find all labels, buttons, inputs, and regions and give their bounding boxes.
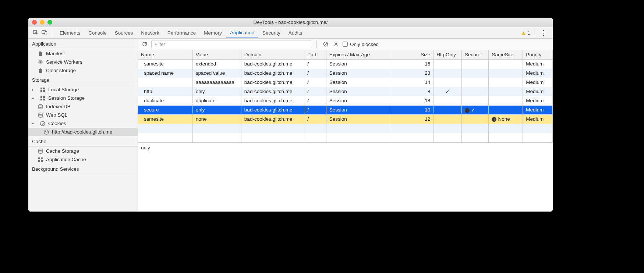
close-window-button[interactable] xyxy=(32,20,37,25)
sidebar-item-cookies[interactable]: ▾Cookies xyxy=(28,119,138,128)
window-title: DevTools - bad-cookies.glitch.me/ xyxy=(254,20,328,25)
svg-rect-6 xyxy=(40,90,42,92)
cell-size: 23 xyxy=(390,68,434,78)
cookies-table: NameValueDomainPathExpires / Max-AgeSize… xyxy=(138,50,553,142)
sidebar-item-session-storage[interactable]: ▸Session Storage xyxy=(28,94,138,102)
tab-elements[interactable]: Elements xyxy=(56,27,84,38)
doc-icon xyxy=(38,51,43,56)
more-menu-icon[interactable]: ⋮ xyxy=(538,29,549,37)
sidebar-item-web-sql[interactable]: Web SQL xyxy=(28,111,138,119)
tab-sources[interactable]: Sources xyxy=(111,27,137,38)
chevron-icon: ▾ xyxy=(32,121,36,125)
cell-domain: bad-cookies.glitch.me xyxy=(241,78,304,87)
device-toggle-icon[interactable] xyxy=(41,29,48,36)
tab-security[interactable]: Security xyxy=(259,27,284,38)
devtools-window: DevTools - bad-cookies.glitch.me/ Elemen… xyxy=(28,18,553,212)
sidebar-item-clear-storage[interactable]: Clear storage xyxy=(28,66,138,75)
sidebar-heading: Storage xyxy=(28,75,138,85)
db-icon xyxy=(38,149,43,154)
cookie-icon xyxy=(40,121,45,126)
column-header[interactable]: Size xyxy=(390,50,434,59)
devtools-tabstrip: ElementsConsoleSourcesNetworkPerformance… xyxy=(28,27,553,39)
sidebar-item-cache-storage[interactable]: Cache Storage xyxy=(28,147,138,155)
column-header[interactable]: Value xyxy=(192,50,241,59)
refresh-icon[interactable] xyxy=(141,40,148,48)
sidebar-item-service-workers[interactable]: Service Workers xyxy=(28,58,138,66)
table-row-empty xyxy=(138,124,553,133)
sidebar-item-indexeddb[interactable]: IndexedDB xyxy=(28,102,138,111)
cell-domain: bad-cookies.glitch.me xyxy=(241,114,304,124)
svg-point-20 xyxy=(47,131,47,132)
table-row[interactable]: samesitenonebad-cookies.glitch.me/Sessio… xyxy=(138,114,553,124)
svg-point-15 xyxy=(42,123,42,123)
column-header[interactable]: Name xyxy=(138,50,192,59)
sidebar-heading: Background Services xyxy=(28,164,138,174)
zoom-window-button[interactable] xyxy=(47,20,52,25)
cell-path: / xyxy=(304,68,326,78)
grid-icon xyxy=(40,96,45,101)
cell-value: only xyxy=(192,87,241,96)
table-row[interactable]: aaaaaaaaaaaaaabad-cookies.glitch.me/Sess… xyxy=(138,78,553,87)
cell-path: / xyxy=(304,87,326,96)
sidebar-item-label: Local Storage xyxy=(48,87,79,92)
cell-secure xyxy=(461,59,489,68)
column-header[interactable]: Path xyxy=(304,50,326,59)
cell-sameSite xyxy=(489,68,523,78)
inspect-icon[interactable] xyxy=(32,29,39,36)
titlebar: DevTools - bad-cookies.glitch.me/ xyxy=(28,18,553,27)
minimize-window-button[interactable] xyxy=(40,20,45,25)
tab-audits[interactable]: Audits xyxy=(285,27,306,38)
sidebar-item-http-bad-cookies-glitch-me[interactable]: http://bad-cookies.glitch.me xyxy=(28,128,138,136)
tab-memory[interactable]: Memory xyxy=(200,27,226,38)
grid-icon xyxy=(38,157,43,162)
cell-expires: Session xyxy=(326,96,390,105)
cell-httpOnly: ✓ xyxy=(434,87,462,96)
filter-input[interactable] xyxy=(151,40,311,48)
sidebar-item-label: Cache Storage xyxy=(46,148,79,154)
cell-secure xyxy=(461,78,489,87)
cell-httpOnly xyxy=(434,114,462,124)
table-row[interactable]: duplicateduplicatebad-cookies.glitch.me/… xyxy=(138,96,553,105)
table-row[interactable]: spaced namespaced valuebad-cookies.glitc… xyxy=(138,68,553,78)
sidebar-item-application-cache[interactable]: Application Cache xyxy=(28,155,138,164)
sidebar-item-label: http://bad-cookies.glitch.me xyxy=(52,129,112,135)
delete-selected-icon[interactable] xyxy=(332,40,340,48)
cell-path: / xyxy=(304,114,326,124)
tab-performance[interactable]: Performance xyxy=(164,27,199,38)
tab-console[interactable]: Console xyxy=(85,27,110,38)
sidebar-heading: Cache xyxy=(28,136,138,147)
sidebar-item-label: Clear storage xyxy=(46,68,76,73)
cell-size: 18 xyxy=(390,96,434,105)
cell-domain: bad-cookies.glitch.me xyxy=(241,87,304,96)
cell-secure xyxy=(461,87,489,96)
only-blocked-input[interactable] xyxy=(343,42,348,47)
table-row[interactable]: httponlybad-cookies.glitch.me/Session8✓M… xyxy=(138,87,553,96)
tab-application[interactable]: Application xyxy=(226,27,258,38)
column-header[interactable]: SameSite xyxy=(489,50,523,59)
column-header[interactable]: HttpOnly xyxy=(434,50,462,59)
only-blocked-checkbox[interactable]: Only blocked xyxy=(343,42,379,47)
column-header[interactable]: Secure xyxy=(461,50,489,59)
cell-size: 12 xyxy=(390,114,434,124)
cell-httpOnly xyxy=(434,96,462,105)
sidebar-item-manifest[interactable]: Manifest xyxy=(28,49,138,58)
warnings-badge[interactable]: ▲ 1 xyxy=(521,30,530,36)
column-header[interactable]: Domain xyxy=(241,50,304,59)
table-row[interactable]: samesiteextendedbad-cookies.glitch.me/Se… xyxy=(138,59,553,68)
cell-domain: bad-cookies.glitch.me xyxy=(241,68,304,78)
column-header[interactable]: Expires / Max-Age xyxy=(326,50,390,59)
cell-name: samesite xyxy=(138,59,192,68)
cell-sameSite: iNone xyxy=(489,114,523,124)
svg-rect-7 xyxy=(43,90,45,92)
svg-rect-26 xyxy=(41,160,43,162)
db-icon xyxy=(38,104,43,109)
cookies-toolbar: Only blocked xyxy=(138,39,553,50)
tab-network[interactable]: Network xyxy=(137,27,163,38)
svg-rect-9 xyxy=(43,96,45,98)
table-row[interactable]: secureonlybad-cookies.glitch.me/Session1… xyxy=(138,105,553,114)
clear-all-icon[interactable] xyxy=(322,40,329,48)
cell-secure xyxy=(461,114,489,124)
sidebar-item-local-storage[interactable]: ▸Local Storage xyxy=(28,85,138,94)
table-header-row: NameValueDomainPathExpires / Max-AgeSize… xyxy=(138,50,553,59)
column-header[interactable]: Priority xyxy=(523,50,553,59)
